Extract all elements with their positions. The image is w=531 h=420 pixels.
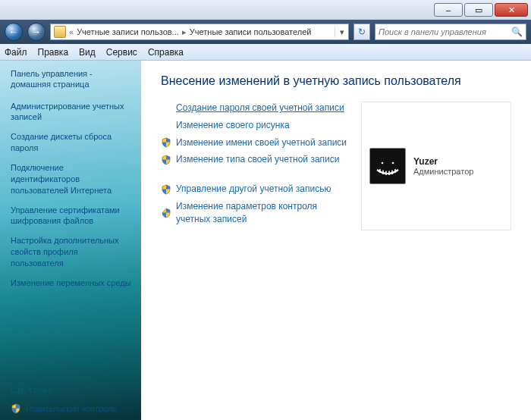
- content-pane: Внесение изменений в учетную запись поль…: [141, 61, 531, 420]
- back-button[interactable]: ←: [5, 23, 23, 41]
- control-panel-home-link[interactable]: Панель управления - домашняя страница: [11, 68, 132, 90]
- avatar: [369, 148, 406, 184]
- breadcrumb-2[interactable]: Учетные записи пользователей: [187, 27, 315, 36]
- task-uac-settings[interactable]: Изменение параметров контроля учетных за…: [161, 200, 347, 226]
- sidebar-task-3[interactable]: Управление сертификатами шифрования файл…: [11, 205, 132, 227]
- arrow-left-icon: ←: [9, 27, 18, 37]
- task-manage-other[interactable]: Управление другой учетной записью: [161, 183, 347, 196]
- folder-icon: [54, 26, 66, 38]
- menu-view[interactable]: Вид: [79, 47, 96, 58]
- close-button[interactable]: ✕: [495, 3, 528, 17]
- sidebar: Панель управления - домашняя страница Ад…: [0, 61, 141, 420]
- main-area: Панель управления - домашняя страница Ад…: [0, 61, 531, 420]
- avatar-icon: [372, 152, 403, 180]
- minimize-button[interactable]: –: [434, 3, 463, 17]
- shield-icon: [161, 137, 171, 148]
- sidebar-task-4[interactable]: Настройка дополнительных свойств профиля…: [11, 235, 132, 269]
- maximize-button[interactable]: ▭: [464, 3, 493, 17]
- shield-icon: [11, 403, 21, 414]
- sidebar-task-2[interactable]: Подключение идентификаторов пользователе…: [11, 162, 132, 196]
- svg-point-7: [392, 161, 394, 164]
- breadcrumb-1[interactable]: Учетные записи пользов...: [74, 27, 182, 36]
- user-info: Yuzer Администратор: [413, 156, 473, 176]
- menu-file[interactable]: Файл: [5, 47, 27, 58]
- sidebar-task-0[interactable]: Администрирование учетных записей: [11, 101, 132, 124]
- task-create-password[interactable]: Создание пароля своей учетной записи: [161, 102, 347, 114]
- nav-bar: ← → « Учетные записи пользов... ▸ Учетны…: [0, 20, 531, 44]
- task-change-type[interactable]: Изменение типа своей учетной записи: [161, 153, 347, 166]
- user-card[interactable]: Yuzer Администратор: [361, 102, 511, 230]
- parental-control-link[interactable]: Родительский контроль: [11, 403, 132, 414]
- address-bar[interactable]: « Учетные записи пользов... ▸ Учетные за…: [50, 24, 349, 40]
- refresh-button[interactable]: ↻: [353, 24, 370, 40]
- task-list: Создание пароля своей учетной записи Изм…: [161, 102, 347, 230]
- user-name: Yuzer: [413, 156, 473, 167]
- maximize-icon: ▭: [475, 5, 482, 15]
- parental-control-label: Родительский контроль: [26, 404, 117, 413]
- search-input[interactable]: [379, 27, 508, 36]
- sidebar-task-1[interactable]: Создание дискеты сброса пароля: [11, 131, 132, 154]
- search-box[interactable]: 🔍: [375, 24, 526, 40]
- refresh-icon: ↻: [358, 27, 366, 37]
- window-titlebar: – ▭ ✕: [0, 0, 531, 20]
- sidebar-task-5[interactable]: Изменение переменных среды: [11, 277, 132, 289]
- see-also-heading: См. также: [11, 385, 132, 396]
- user-role: Администратор: [413, 167, 473, 176]
- shield-icon: [161, 208, 171, 218]
- menu-edit[interactable]: Правка: [38, 47, 69, 58]
- task-change-picture[interactable]: Изменение своего рисунка: [161, 119, 347, 132]
- forward-button[interactable]: →: [27, 23, 46, 41]
- shield-icon: [161, 184, 171, 195]
- arrow-right-icon: →: [32, 27, 41, 37]
- address-dropdown-icon[interactable]: ▾: [335, 27, 348, 37]
- menu-tools[interactable]: Сервис: [106, 47, 137, 58]
- svg-point-6: [382, 161, 384, 164]
- menu-bar: Файл Правка Вид Сервис Справка: [0, 44, 531, 61]
- shield-icon: [161, 155, 171, 165]
- minimize-icon: –: [446, 5, 451, 14]
- search-icon: 🔍: [511, 27, 523, 37]
- menu-help[interactable]: Справка: [148, 47, 184, 58]
- close-icon: ✕: [508, 5, 515, 15]
- task-change-name[interactable]: Изменение имени своей учетной записи: [161, 136, 347, 149]
- page-title: Внесение изменений в учетную запись поль…: [161, 74, 511, 88]
